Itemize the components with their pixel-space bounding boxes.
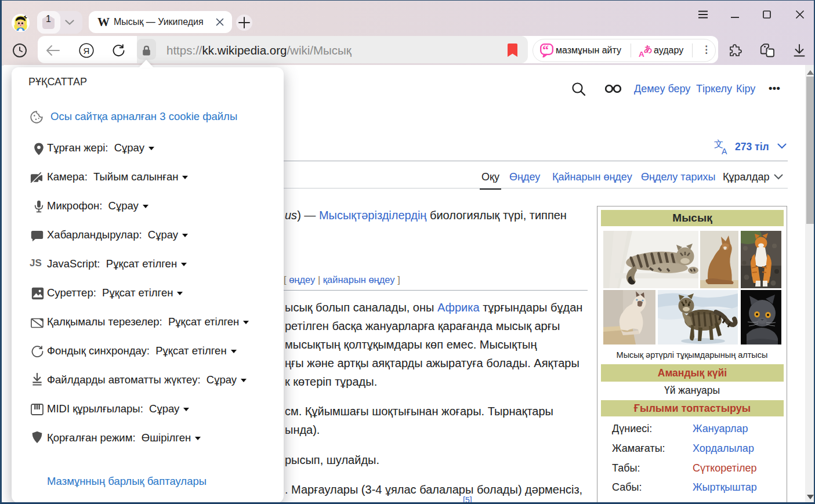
svg-text:A: A [722,147,727,155]
svg-text:“: “ [542,43,549,57]
svg-text:あ: あ [644,44,653,54]
svg-text:Я: Я [84,46,90,56]
